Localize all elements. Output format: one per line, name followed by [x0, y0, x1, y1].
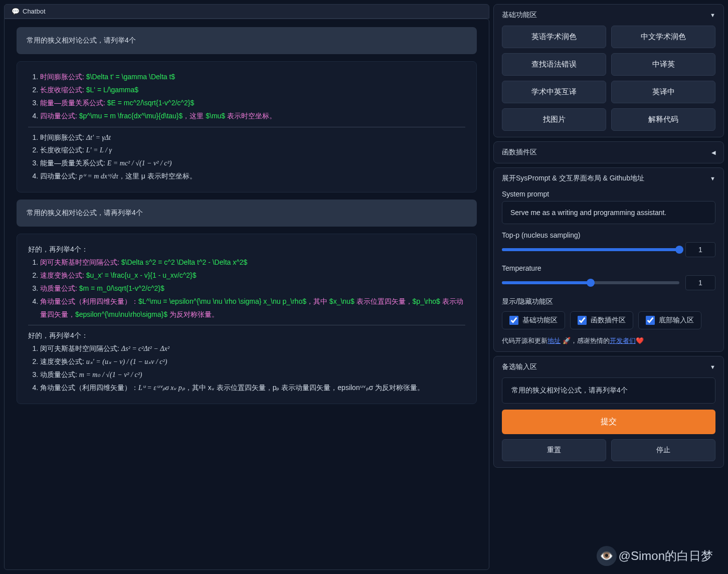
temp-label: Temperature: [502, 264, 715, 272]
chevron-down-icon: ▼: [710, 12, 715, 18]
stop-button[interactable]: 停止: [611, 439, 715, 461]
topp-label: Top-p (nucleus sampling): [502, 231, 715, 239]
fn-chinese-polish-button[interactable]: 中文学术润色: [611, 26, 715, 48]
chatbot-tab[interactable]: 💬 Chatbot: [4, 4, 489, 19]
rocket-icon: 🚀: [563, 337, 571, 344]
fn-grammar-check-button[interactable]: 查找语法错误: [502, 53, 606, 76]
fn-en-to-cn-button[interactable]: 英译中: [611, 81, 715, 103]
repo-link[interactable]: 地址: [548, 337, 561, 344]
expand-panel: 展开SysPrompt & 交互界面布局 & Github地址 ▼ System…: [493, 167, 724, 352]
tab-label: Chatbot: [23, 8, 46, 15]
chevron-down-icon: ▼: [710, 175, 715, 181]
cb-bottom-input[interactable]: 底部输入区: [638, 311, 701, 329]
temp-value[interactable]: 1: [685, 275, 715, 290]
watermark: 👁️ @Simon的白日梦: [597, 546, 713, 566]
temp-slider[interactable]: [502, 281, 679, 284]
fn-find-image-button[interactable]: 找图片: [502, 108, 606, 131]
fn-explain-code-button[interactable]: 解释代码: [611, 108, 715, 131]
expand-panel-header[interactable]: 展开SysPrompt & 交互界面布局 & Github地址 ▼: [502, 174, 715, 183]
sysprompt-label: System prompt: [502, 190, 715, 198]
bot-message: 时间膨胀公式: $\Delta t' = \gamma \Delta t$ 长度…: [17, 61, 477, 193]
fn-english-polish-button[interactable]: 英语学术润色: [502, 26, 606, 48]
plugin-panel: 函数插件区 ◀: [493, 141, 724, 163]
credits-line: 代码开源和更新地址 🚀，感谢热情的开发者们❤️: [502, 336, 715, 345]
alt-input-panel: 备选输入区 ▼ 常用的狭义相对论公式，请再列举4个 提交 重置 停止: [493, 356, 724, 468]
chat-icon: 💬: [12, 8, 20, 15]
panel-title: 基础功能区: [502, 11, 537, 20]
panel-title: 展开SysPrompt & 交互界面布局 & Github地址: [502, 174, 644, 183]
chevron-down-icon: ▼: [710, 364, 715, 370]
user-message: 常用的狭义相对论公式，请列举4个: [17, 27, 477, 54]
devs-link[interactable]: 开发者们: [610, 337, 636, 344]
plugin-panel-header[interactable]: 函数插件区 ◀: [502, 148, 715, 157]
panel-title: 函数插件区: [502, 148, 537, 157]
basic-panel: 基础功能区 ▼ 英语学术润色 中文学术润色 查找语法错误 中译英 学术中英互译 …: [493, 4, 724, 137]
submit-button[interactable]: 提交: [502, 410, 715, 434]
panel-title: 备选输入区: [502, 362, 537, 371]
topp-slider[interactable]: [502, 248, 679, 251]
chat-column: 💬 Chatbot 常用的狭义相对论公式，请列举4个 时间膨胀公式: $\Del…: [4, 4, 489, 570]
reset-button[interactable]: 重置: [502, 439, 606, 461]
chevron-left-icon: ◀: [711, 149, 715, 156]
basic-panel-header[interactable]: 基础功能区 ▼: [502, 11, 715, 20]
chat-scroll: 常用的狭义相对论公式，请列举4个 时间膨胀公式: $\Delta t' = \g…: [4, 19, 489, 570]
side-column: 基础功能区 ▼ 英语学术润色 中文学术润色 查找语法错误 中译英 学术中英互译 …: [493, 4, 724, 570]
bot-message: 好的，再列举4个： 闵可夫斯基时空间隔公式: $\Delta s^2 = c^2…: [17, 234, 477, 404]
alt-textarea[interactable]: 常用的狭义相对论公式，请再列举4个: [502, 377, 715, 404]
user-message: 常用的狭义相对论公式，请再列举4个: [17, 200, 477, 227]
fn-academic-translate-button[interactable]: 学术中英互译: [502, 81, 606, 103]
cb-plugin[interactable]: 函数插件区: [570, 311, 633, 329]
alt-panel-header[interactable]: 备选输入区 ▼: [502, 362, 715, 371]
sysprompt-input[interactable]: Serve me as a writing and programming as…: [502, 201, 715, 224]
cb-basic[interactable]: 基础功能区: [502, 311, 565, 329]
toggle-label: 显示/隐藏功能区: [502, 297, 715, 306]
topp-value[interactable]: 1: [685, 242, 715, 257]
weibo-icon: 👁️: [597, 546, 617, 566]
fn-cn-to-en-button[interactable]: 中译英: [611, 53, 715, 76]
heart-icon: ❤️: [636, 337, 644, 344]
